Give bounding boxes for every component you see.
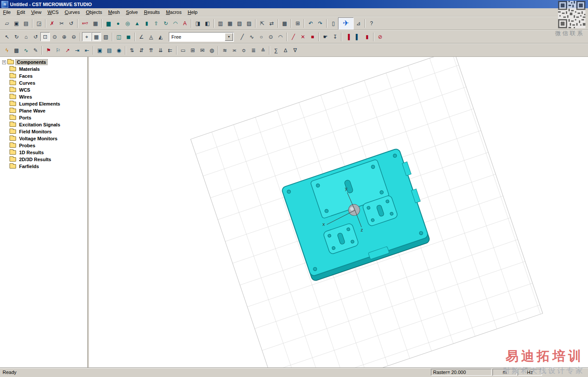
menu-help[interactable]: Help: [184, 9, 200, 15]
info-button[interactable]: ◍: [207, 46, 217, 55]
tree-item-excitation-signals[interactable]: Excitation Signals: [0, 121, 87, 128]
save-button[interactable]: ▣: [12, 19, 21, 28]
print-button[interactable]: ▤: [21, 19, 31, 28]
mesh-y-button[interactable]: ⇵: [137, 46, 146, 55]
tree-item-label[interactable]: Materials: [18, 66, 41, 72]
render-wireframe-button[interactable]: ◫: [114, 32, 124, 41]
mesh-properties-button[interactable]: ▦: [225, 19, 235, 28]
waveguide-port-button[interactable]: ⇥: [72, 46, 82, 55]
monitor-screen-button[interactable]: ▣: [95, 46, 105, 55]
new-project-button[interactable]: ▱: [2, 19, 12, 28]
render-shaded-button[interactable]: ◼: [124, 32, 133, 41]
menu-wcs[interactable]: WCS: [44, 9, 62, 15]
monitor-y-button[interactable]: ≍: [230, 46, 239, 55]
tree-item-label[interactable]: Wires: [18, 94, 33, 99]
arc-tool-button[interactable]: ◠: [276, 32, 285, 41]
cut-button[interactable]: ✂: [57, 19, 66, 28]
plot-1d-button[interactable]: ▤: [105, 46, 114, 55]
tree-item-wcs[interactable]: WCS: [0, 86, 87, 93]
boolean-subtract-button[interactable]: ◧: [203, 19, 212, 28]
tree-item-probes[interactable]: Probes: [0, 142, 87, 149]
tree-item-label[interactable]: 1D Results: [18, 150, 45, 155]
menu-mesh[interactable]: Mesh: [105, 9, 123, 15]
pan-view-button[interactable]: ⌂: [21, 32, 31, 41]
redo-button[interactable]: ↷: [315, 19, 325, 28]
mesh-z-button[interactable]: ⇈: [146, 46, 156, 55]
tree-item-label[interactable]: Plane Wave: [18, 108, 47, 113]
result-grad-button[interactable]: ∇: [290, 46, 300, 55]
tree-item-label[interactable]: Ports: [18, 115, 33, 120]
menu-view[interactable]: View: [28, 9, 45, 15]
clear-picks-button[interactable]: ⊘: [375, 32, 385, 41]
boundary-conditions-button[interactable]: ▧: [235, 19, 244, 28]
history-list-button[interactable]: ▦: [91, 19, 100, 28]
signal-curve-button[interactable]: ∿: [21, 46, 31, 55]
polyline-tool-button[interactable]: ∿: [247, 32, 256, 41]
macro-step-button[interactable]: ⊿: [354, 19, 363, 28]
tree-item-faces[interactable]: Faces: [0, 73, 87, 79]
wcs-toggle-button[interactable]: ∠: [137, 32, 146, 41]
zoom-out-button[interactable]: ⊖: [69, 32, 79, 41]
monitor-z-button[interactable]: ≎: [239, 46, 249, 55]
pick-point-button[interactable]: ✕: [298, 32, 308, 41]
tree-item-label[interactable]: Probes: [18, 143, 36, 148]
chevron-down-icon[interactable]: ▼: [225, 33, 233, 41]
undo-button[interactable]: ↶: [306, 19, 315, 28]
mesh-refine-button[interactable]: ⇇: [165, 46, 175, 55]
white-flag-button[interactable]: ⚐: [53, 46, 63, 55]
cylinder-tool-button[interactable]: ▮: [142, 19, 151, 28]
circle-center-tool-button[interactable]: ⊙: [266, 32, 276, 41]
line-tool-button[interactable]: ╱: [237, 32, 247, 41]
discrete-port-button[interactable]: ⇤: [82, 46, 92, 55]
pick-center-button[interactable]: ↧: [330, 32, 340, 41]
field-probe-button[interactable]: ↗: [63, 46, 72, 55]
calculator-button[interactable]: ⊞: [293, 19, 302, 28]
mail-button[interactable]: ✉: [197, 46, 207, 55]
boundary-y-button[interactable]: ▌: [353, 32, 362, 41]
tree-item-label[interactable]: Excitation Signals: [18, 122, 62, 127]
pan-hand-button[interactable]: ☛: [321, 32, 330, 41]
tree-item-materials[interactable]: Materials: [0, 66, 87, 73]
mirror-button[interactable]: ⇄: [267, 19, 276, 28]
symmetry-planes-button[interactable]: ▨: [244, 19, 254, 28]
tree-item-lumped-elements[interactable]: Lumped Elements: [0, 100, 87, 107]
menu-objects[interactable]: Objects: [83, 9, 105, 15]
cone-tool-button[interactable]: ▲: [132, 19, 142, 28]
transform-button[interactable]: ⇱: [257, 19, 267, 28]
zoom-dynamic-button[interactable]: ⊙: [50, 32, 59, 41]
result-delta-button[interactable]: ∆: [281, 46, 290, 55]
loft-tool-button[interactable]: ◠: [171, 19, 180, 28]
circle-tool-button[interactable]: ○: [256, 32, 266, 41]
tree-item-2d3d-results[interactable]: 2D/3D Results: [0, 156, 87, 163]
wcs-move-button[interactable]: ◭: [156, 32, 165, 41]
tree-item-plane-wave[interactable]: Plane Wave: [0, 107, 87, 114]
tree-item-label[interactable]: Voltage Monitors: [18, 136, 59, 141]
tree-item-label[interactable]: 2D/3D Results: [18, 157, 53, 162]
parameters-button[interactable]: x=?: [79, 19, 91, 28]
menu-macros[interactable]: Macros: [163, 9, 184, 15]
monitor-pause-button[interactable]: ≙: [258, 46, 268, 55]
template-button[interactable]: ⊞: [188, 46, 197, 55]
monitor-x-button[interactable]: ≋: [220, 46, 230, 55]
zoom-window-button[interactable]: ⊡: [40, 32, 50, 41]
extrude-tool-button[interactable]: ⇧: [151, 19, 161, 28]
menu-edit[interactable]: Edit: [14, 9, 28, 15]
rotate-tool-button[interactable]: ↻: [161, 19, 171, 28]
tree-item-ports[interactable]: Ports: [0, 114, 87, 121]
boundary-x-button[interactable]: ▐: [343, 32, 353, 41]
cst-logo-button[interactable]: ✈: [338, 17, 354, 30]
tree-item-voltage-monitors[interactable]: Voltage Monitors: [0, 135, 87, 142]
mesh-view-button[interactable]: ▥: [216, 19, 225, 28]
tree-item-label[interactable]: Farfields: [18, 164, 40, 169]
menu-file[interactable]: File: [0, 9, 14, 15]
brick-tool-button[interactable]: ▆: [104, 19, 113, 28]
voltage-source-button[interactable]: ϟ: [2, 46, 12, 55]
tree-item-label[interactable]: Curves: [18, 80, 36, 86]
farfield-plot-button[interactable]: ◉: [114, 46, 124, 55]
properties-button[interactable]: ▭: [178, 46, 188, 55]
pick-face-button[interactable]: ■: [308, 32, 317, 41]
red-flag-button[interactable]: ⚑: [44, 46, 53, 55]
boolean-add-button[interactable]: ◨: [193, 19, 203, 28]
tree-item-label[interactable]: Faces: [18, 73, 34, 79]
menu-solve[interactable]: Solve: [123, 9, 141, 15]
